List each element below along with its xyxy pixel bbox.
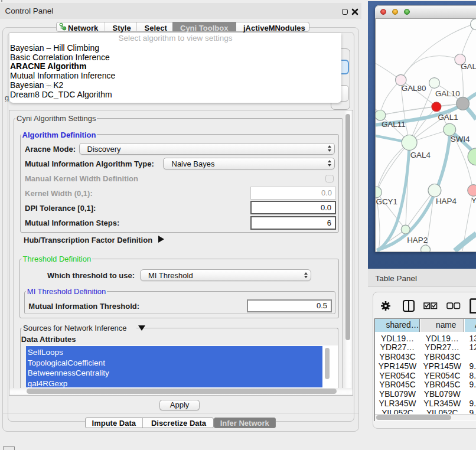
svg-text:HAP4: HAP4 (435, 197, 457, 206)
svg-text:GAL10: GAL10 (435, 89, 459, 97)
svg-text:GAL4: GAL4 (410, 150, 431, 159)
svg-text:YP: YP (471, 195, 476, 204)
svg-text:GAL80: GAL80 (401, 84, 426, 93)
svg-text:GCY1: GCY1 (376, 197, 397, 206)
svg-text:HAP2: HAP2 (407, 235, 428, 244)
svg-text:SWI4: SWI4 (450, 135, 470, 144)
svg-text:GAL2: GAL2 (461, 61, 476, 70)
svg-text:GAL1: GAL1 (438, 113, 458, 122)
svg-text:GAL11: GAL11 (381, 119, 405, 128)
